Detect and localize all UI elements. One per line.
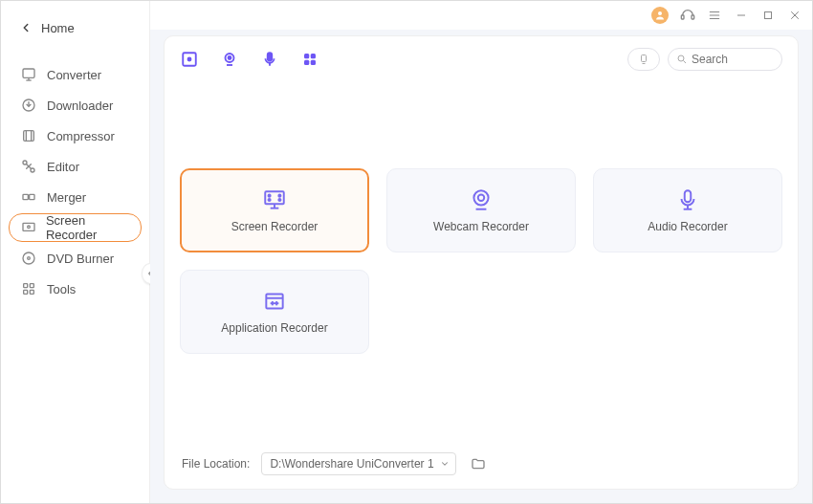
card-webcam-recorder[interactable]: Webcam Recorder [386, 168, 576, 252]
sidebar-item-dvd-burner[interactable]: DVD Burner [9, 244, 142, 273]
webcam-tool-icon[interactable] [220, 50, 239, 69]
svg-point-45 [269, 195, 271, 197]
audio-tool-icon[interactable] [260, 50, 279, 69]
svg-point-32 [229, 56, 231, 59]
svg-point-48 [278, 199, 280, 201]
card-audio-recorder[interactable]: Audio Recorder [593, 168, 782, 252]
file-location-value: D:\Wondershare UniConverter 1 [270, 457, 433, 471]
dvd-burner-icon [18, 248, 39, 269]
sidebar-item-label: Merger [47, 190, 86, 205]
svg-rect-37 [304, 60, 309, 65]
search-icon [676, 54, 688, 65]
card-application-recorder[interactable]: Application Recorder [180, 270, 369, 354]
sidebar-items: Converter Downloader Compressor Editor M… [1, 55, 149, 309]
sidebar-item-label: Downloader [47, 99, 113, 113]
svg-rect-10 [30, 194, 34, 199]
close-button[interactable] [787, 8, 802, 23]
apps-tool-icon[interactable] [300, 50, 319, 69]
card-label: Screen Recorder [231, 220, 319, 233]
sidebar-item-label: Compressor [47, 129, 115, 143]
card-label: Application Recorder [221, 321, 327, 335]
sidebar-item-label: Tools [47, 282, 76, 296]
svg-rect-20 [681, 15, 684, 19]
svg-point-49 [473, 190, 488, 205]
svg-rect-17 [24, 290, 28, 294]
svg-point-19 [658, 11, 662, 15]
maximize-button[interactable] [760, 8, 776, 23]
screen-recorder-card-icon [262, 187, 287, 212]
merger-icon [18, 186, 39, 208]
sidebar-title: Home [41, 21, 75, 35]
webcam-card-icon [469, 187, 494, 212]
sidebar-item-merger[interactable]: Merger [9, 183, 142, 211]
svg-rect-33 [268, 53, 273, 60]
svg-rect-35 [304, 54, 309, 58]
svg-point-40 [678, 55, 684, 61]
card-label: Audio Recorder [648, 220, 727, 233]
svg-rect-54 [266, 294, 282, 308]
card-label: Webcam Recorder [433, 220, 529, 233]
svg-rect-16 [30, 284, 33, 288]
svg-rect-11 [23, 223, 34, 230]
search-input[interactable] [692, 53, 813, 66]
tools-icon [18, 278, 39, 299]
spacer [165, 354, 798, 439]
record-screen-tool-icon[interactable] [180, 50, 199, 69]
svg-rect-21 [692, 15, 694, 19]
sidebar-item-compressor[interactable]: Compressor [9, 121, 142, 150]
screen-recorder-icon [19, 217, 38, 238]
svg-rect-36 [311, 54, 316, 58]
svg-rect-51 [685, 190, 692, 202]
svg-rect-38 [311, 60, 316, 65]
support-icon[interactable] [680, 8, 695, 23]
card-screen-recorder[interactable]: Screen Recorder [180, 168, 369, 252]
svg-rect-26 [765, 12, 772, 19]
sidebar-item-converter[interactable]: Converter [9, 60, 142, 89]
svg-point-30 [188, 58, 191, 61]
open-folder-button[interactable] [468, 453, 489, 474]
content-panel: Screen Recorder Webcam Recorder Audio Re… [164, 35, 799, 490]
editor-icon [18, 156, 39, 177]
chevron-down-icon [440, 459, 450, 469]
footer: File Location: D:\Wondershare UniConvert… [165, 439, 798, 489]
search-field[interactable] [668, 48, 782, 71]
app-window: Home Converter Downloader Compressor Edi… [0, 0, 813, 504]
titlebar [150, 1, 812, 30]
file-location-select[interactable]: D:\Wondershare UniConverter 1 [261, 452, 455, 475]
svg-rect-42 [265, 191, 284, 204]
svg-rect-2 [24, 131, 34, 142]
svg-rect-9 [23, 194, 28, 199]
sidebar: Home Converter Downloader Compressor Edi… [1, 1, 150, 503]
compressor-icon [18, 125, 39, 146]
sidebar-item-label: Editor [47, 160, 79, 174]
import-pill-button[interactable] [627, 48, 660, 71]
converter-icon [18, 64, 39, 85]
svg-point-50 [478, 195, 485, 202]
sidebar-header: Home [1, 1, 149, 55]
back-icon[interactable] [18, 20, 33, 35]
toolbar-left [180, 50, 319, 69]
sidebar-item-downloader[interactable]: Downloader [9, 91, 142, 120]
downloader-icon [18, 95, 39, 116]
menu-icon[interactable] [707, 8, 722, 23]
toolbar [165, 36, 798, 82]
svg-point-46 [278, 195, 280, 197]
sidebar-item-editor[interactable]: Editor [9, 152, 142, 181]
svg-point-47 [269, 199, 271, 201]
sidebar-item-label: DVD Burner [47, 252, 114, 266]
application-card-icon [262, 289, 287, 314]
svg-point-12 [28, 226, 31, 229]
svg-rect-0 [23, 69, 34, 77]
svg-rect-18 [30, 290, 33, 294]
sidebar-item-tools[interactable]: Tools [9, 274, 142, 303]
main: Screen Recorder Webcam Recorder Audio Re… [150, 1, 812, 503]
user-avatar-button[interactable] [651, 7, 669, 24]
recorder-grid: Screen Recorder Webcam Recorder Audio Re… [165, 82, 798, 354]
audio-card-icon [675, 187, 700, 212]
sidebar-item-screen-recorder[interactable]: Screen Recorder [9, 213, 142, 242]
minimize-button[interactable] [734, 8, 749, 23]
sidebar-item-label: Converter [47, 68, 101, 82]
svg-line-41 [684, 61, 687, 64]
sidebar-item-label: Screen Recorder [46, 213, 131, 242]
toolbar-right [627, 48, 782, 71]
